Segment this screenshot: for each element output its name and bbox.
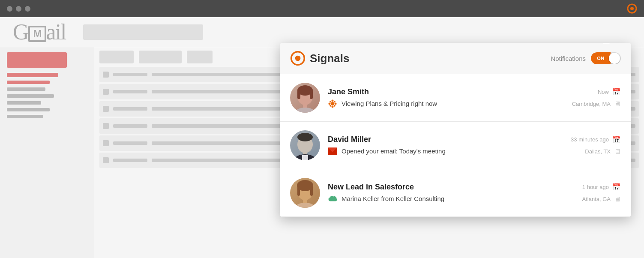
hubspot-action-icon bbox=[328, 99, 337, 108]
email-checkbox-5[interactable] bbox=[103, 140, 109, 146]
svg-point-13 bbox=[329, 102, 331, 105]
notif-location-jane: Cambridge, MA bbox=[572, 101, 611, 107]
notif-time-lead: 1 hour ago bbox=[582, 184, 609, 190]
email-checkbox-3[interactable] bbox=[103, 106, 109, 112]
notif-action-text-jane: Viewing Plans & Pricing right now bbox=[341, 100, 437, 107]
avatar-david-svg bbox=[290, 130, 320, 160]
toolbar-btn-1[interactable] bbox=[99, 51, 134, 63]
signals-title: Signals bbox=[310, 52, 349, 65]
calendar-icon-lead: 📅 bbox=[612, 183, 621, 191]
sidebar-item-1 bbox=[7, 81, 50, 84]
notif-action-jane: Viewing Plans & Pricing right now bbox=[328, 99, 564, 108]
sidebar-item-3 bbox=[7, 94, 54, 98]
email-action-icon bbox=[328, 147, 337, 156]
browser-dot-3 bbox=[25, 6, 30, 12]
notif-content-jane: Jane Smith bbox=[328, 87, 564, 108]
email-sender-2 bbox=[113, 90, 147, 93]
notif-location-david: Dallas, TX bbox=[585, 148, 611, 155]
gmail-logo-text: G bbox=[13, 20, 28, 44]
notif-name-david: David Miller bbox=[328, 135, 563, 144]
svg-rect-28 bbox=[297, 186, 300, 196]
svg-point-14 bbox=[335, 102, 337, 105]
gmail-sidebar bbox=[0, 47, 94, 258]
gmail-background: GMail bbox=[0, 17, 644, 258]
svg-point-16 bbox=[334, 101, 335, 102]
sidebar-active-item bbox=[7, 73, 58, 77]
notif-action-text-lead: Marina Keller from Keller Consulting bbox=[341, 195, 444, 202]
salesforce-cloud-icon bbox=[328, 194, 337, 204]
notification-david-miller[interactable]: David Miller Opened your email: Today's … bbox=[280, 122, 631, 169]
svg-point-31 bbox=[296, 203, 315, 208]
browser-dots bbox=[7, 6, 30, 12]
notification-new-lead[interactable]: New Lead in Salesforce Marina Keller fro… bbox=[280, 169, 631, 217]
svg-point-12 bbox=[332, 105, 334, 108]
notif-meta-jane: Now 📅 Cambridge, MA 🖥 bbox=[572, 88, 621, 108]
screen-icon-david: 🖥 bbox=[614, 148, 621, 156]
svg-point-18 bbox=[334, 105, 335, 106]
email-checkbox-2[interactable] bbox=[103, 89, 109, 95]
toolbar-btn-2[interactable] bbox=[139, 51, 182, 63]
svg-point-15 bbox=[329, 101, 331, 102]
signals-logo-icon bbox=[290, 51, 306, 66]
notifications-toggle[interactable]: ON bbox=[591, 52, 621, 64]
gmail-ail-text: ail bbox=[46, 20, 66, 44]
avatar-jane-smith bbox=[290, 83, 320, 113]
signals-toolbar-icon[interactable] bbox=[627, 3, 637, 14]
notif-time-jane: Now bbox=[598, 89, 609, 95]
calendar-icon-david: 📅 bbox=[612, 135, 621, 144]
svg-rect-7 bbox=[310, 90, 313, 99]
toolbar-btn-3[interactable] bbox=[187, 51, 213, 63]
svg-point-9 bbox=[296, 108, 315, 113]
notif-meta-lead: 1 hour ago 📅 Atlanta, GA 🖥 bbox=[582, 183, 621, 203]
email-envelope-icon bbox=[328, 147, 337, 156]
svg-point-20 bbox=[297, 133, 313, 141]
sidebar-item-5 bbox=[7, 108, 50, 111]
notif-name-jane: Jane Smith bbox=[328, 87, 564, 96]
toggle-knob bbox=[609, 53, 620, 64]
svg-point-3 bbox=[295, 56, 301, 61]
svg-rect-23 bbox=[302, 155, 308, 160]
sidebar-item-6 bbox=[7, 115, 43, 118]
avatar-marina-keller bbox=[290, 178, 320, 208]
hubspot-icon bbox=[328, 99, 337, 108]
sidebar-item-2 bbox=[7, 87, 45, 91]
svg-point-17 bbox=[329, 105, 331, 106]
browser-dot-1 bbox=[7, 6, 12, 12]
screen-icon-jane: 🖥 bbox=[614, 100, 621, 108]
email-checkbox-4[interactable] bbox=[103, 123, 109, 129]
signals-logo-wrap: Signals bbox=[290, 51, 551, 66]
email-sender-5 bbox=[113, 141, 147, 145]
email-sender-3 bbox=[113, 107, 147, 111]
browser-chrome bbox=[0, 0, 644, 17]
compose-button[interactable] bbox=[7, 52, 67, 68]
signals-popup: Signals Notifications ON bbox=[280, 43, 631, 217]
notif-location-row-lead: Atlanta, GA 🖥 bbox=[582, 195, 621, 203]
email-sender-4 bbox=[113, 124, 147, 128]
avatar-jane-svg bbox=[290, 83, 320, 113]
svg-rect-6 bbox=[297, 90, 300, 99]
toggle-on-label: ON bbox=[591, 52, 611, 64]
gmail-m-box: M bbox=[28, 26, 46, 42]
notif-time-row-lead: 1 hour ago 📅 bbox=[582, 183, 621, 191]
signals-ring-icon bbox=[627, 3, 637, 14]
notif-action-lead: Marina Keller from Keller Consulting bbox=[328, 194, 575, 204]
notification-jane-smith[interactable]: Jane Smith bbox=[280, 74, 631, 122]
calendar-icon-jane: 📅 bbox=[612, 88, 621, 96]
gmail-logo: GMail bbox=[13, 19, 66, 45]
email-checkbox-6[interactable] bbox=[103, 157, 109, 163]
notif-location-row-david: Dallas, TX 🖥 bbox=[585, 148, 621, 156]
svg-point-1 bbox=[630, 7, 634, 10]
email-checkbox-1[interactable] bbox=[103, 72, 109, 78]
svg-point-11 bbox=[332, 99, 334, 102]
gmail-search-bar[interactable] bbox=[83, 24, 203, 40]
notifications-label: Notifications bbox=[551, 55, 586, 62]
screen-icon-lead: 🖥 bbox=[614, 195, 621, 203]
notif-name-lead: New Lead in Salesforce bbox=[328, 183, 575, 192]
notif-content-lead: New Lead in Salesforce Marina Keller fro… bbox=[328, 183, 575, 204]
avatar-marina-svg bbox=[290, 178, 320, 208]
notif-meta-david: 33 minutes ago 📅 Dallas, TX 🖥 bbox=[571, 135, 621, 156]
svg-point-10 bbox=[331, 102, 334, 105]
svg-rect-29 bbox=[310, 186, 313, 196]
email-sender-6 bbox=[113, 159, 147, 162]
notif-time-row-jane: Now 📅 bbox=[598, 88, 621, 96]
